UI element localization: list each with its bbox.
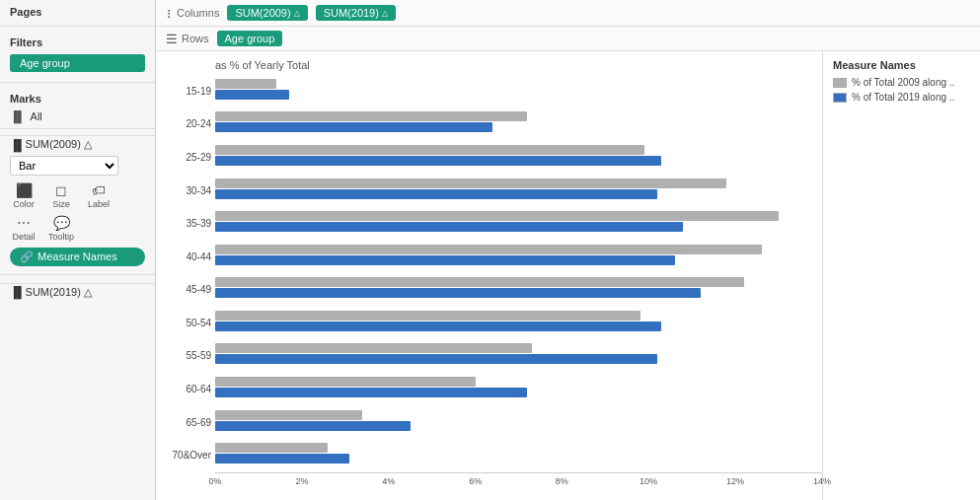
x-tick: 6%: [469, 476, 482, 486]
size-button[interactable]: ◻ Size: [45, 182, 77, 209]
bar-row: [215, 245, 822, 270]
chart-title: as % of Yearly Total: [156, 59, 822, 75]
color-icon: ⬛: [16, 182, 33, 199]
marks-sum2019-row: ▐▌ SUM(2019) △: [0, 283, 155, 301]
legend-item: % of Total 2019 along ..: [833, 92, 970, 103]
marks-dropdown-row[interactable]: Bar: [10, 156, 145, 176]
bar-row: [215, 79, 822, 105]
detail-icon: ⋯: [17, 215, 31, 232]
bar-gray: [215, 211, 779, 221]
bar-chart-icon2: ▐▌: [10, 139, 26, 151]
columns-label-row: ⫶ Columns: [166, 6, 219, 21]
size-icon: ◻: [55, 182, 67, 199]
bar-gray: [215, 443, 328, 453]
bar-gray: [215, 311, 641, 321]
x-tick: 2%: [295, 476, 308, 486]
legend-title: Measure Names: [833, 59, 970, 71]
bar-gray: [215, 111, 527, 121]
rows-icon: ☰: [166, 32, 178, 46]
y-label: 50-54: [156, 316, 211, 331]
legend-item-label: % of Total 2019 along ..: [852, 92, 954, 103]
pages-label: Pages: [0, 0, 155, 22]
age-group-filter-chip[interactable]: Age group: [10, 54, 145, 72]
columns-icon: ⫶: [166, 6, 173, 21]
legend-item: % of Total 2009 along ..: [833, 77, 970, 88]
bar-blue: [215, 255, 675, 265]
bar-gray: [215, 410, 362, 420]
sum2019-pill[interactable]: SUM(2019) △: [316, 5, 396, 21]
bar-gray: [215, 343, 532, 353]
filters-label: Filters: [0, 31, 155, 52]
bar-blue: [215, 288, 701, 298]
x-tick: 8%: [556, 476, 568, 486]
bar-blue: [215, 189, 657, 199]
tooltip-button[interactable]: 💬 Tooltip: [45, 215, 77, 242]
x-tick: 14%: [813, 476, 831, 486]
chart-content: 15-1920-2425-2930-3435-3940-4445-4950-54…: [156, 75, 822, 492]
sum2019-label: SUM(2019) △: [26, 286, 92, 299]
legend-swatch: [833, 93, 847, 103]
bar-gray: [215, 377, 476, 387]
x-axis: 0%2%4%6%8%10%12%14%: [215, 472, 822, 492]
marks-sum2009-row: ▐▌ SUM(2009) △: [0, 135, 155, 153]
y-label: 25-29: [156, 150, 211, 166]
bar-gray: [215, 145, 644, 155]
bar-blue: [215, 421, 411, 431]
bar-gray: [215, 277, 744, 287]
bar-chart-icon3: ▐▌: [10, 286, 26, 298]
label-icon: 🏷: [92, 182, 106, 199]
left-panel: Pages Filters Age group Marks ▐▌ All ▐▌ …: [0, 0, 156, 500]
color-button[interactable]: ⬛ Color: [8, 182, 39, 209]
rows-text: Rows: [182, 33, 209, 44]
bar-row: [215, 111, 822, 137]
y-label: 15-19: [156, 84, 211, 100]
x-tick: 10%: [640, 476, 657, 486]
main-content: ⫶ Columns SUM(2009) △ SUM(2019) △ ☰ Rows…: [156, 0, 980, 500]
y-label: 30-34: [156, 183, 211, 199]
bar-blue: [215, 454, 349, 464]
bar-blue: [215, 388, 527, 397]
legend-swatch: [833, 78, 847, 88]
y-label: 60-64: [156, 382, 211, 397]
y-axis: 15-1920-2425-2930-3435-3940-4445-4950-54…: [156, 75, 215, 492]
y-label: 70&Over: [156, 448, 211, 464]
columns-text: Columns: [177, 7, 219, 19]
bars-area: 0%2%4%6%8%10%12%14%: [215, 75, 822, 492]
measure-names-chip[interactable]: 🔗 Measure Names: [10, 248, 145, 266]
bar-blue: [215, 156, 661, 166]
bar-blue: [215, 321, 661, 331]
bar-row: [215, 377, 822, 402]
y-label: 65-69: [156, 415, 211, 431]
columns-bar: ⫶ Columns SUM(2009) △ SUM(2019) △: [156, 0, 980, 27]
legend: Measure Names % of Total 2009 along ..% …: [822, 51, 980, 500]
sum2009-pill[interactable]: SUM(2009) △: [227, 5, 307, 21]
link-icon: 🔗: [20, 250, 34, 263]
bar-row: [215, 211, 822, 237]
bar-row: [215, 343, 822, 369]
x-tick: 12%: [726, 476, 744, 486]
chart-area: as % of Yearly Total 15-1920-2425-2930-3…: [156, 51, 980, 500]
marks-label: Marks: [0, 87, 155, 108]
rows-bar: ☰ Rows Age group: [156, 27, 980, 51]
label-button[interactable]: 🏷 Label: [83, 182, 114, 209]
bar-blue: [215, 90, 289, 100]
y-label: 35-39: [156, 216, 211, 232]
bar-dropdown[interactable]: Bar: [10, 156, 118, 176]
detail-button[interactable]: ⋯ Detail: [8, 215, 39, 242]
tooltip-icon: 💬: [53, 215, 70, 232]
y-label: 40-44: [156, 250, 211, 265]
age-group-pill[interactable]: Age group: [217, 31, 283, 46]
chart-main: as % of Yearly Total 15-1920-2425-2930-3…: [156, 51, 822, 500]
bar-row: [215, 179, 822, 204]
bar-blue: [215, 222, 683, 232]
measure-names-label: Measure Names: [38, 250, 117, 262]
marks-all-row: ▐▌ All: [0, 108, 155, 124]
bar-blue: [215, 122, 492, 132]
bar-row: [215, 311, 822, 336]
bar-chart-icon: ▐▌: [10, 110, 26, 122]
all-label: All: [31, 110, 42, 122]
bar-gray: [215, 79, 276, 89]
y-label: 20-24: [156, 116, 211, 132]
bar-row: [215, 277, 822, 303]
bar-gray: [215, 179, 726, 188]
